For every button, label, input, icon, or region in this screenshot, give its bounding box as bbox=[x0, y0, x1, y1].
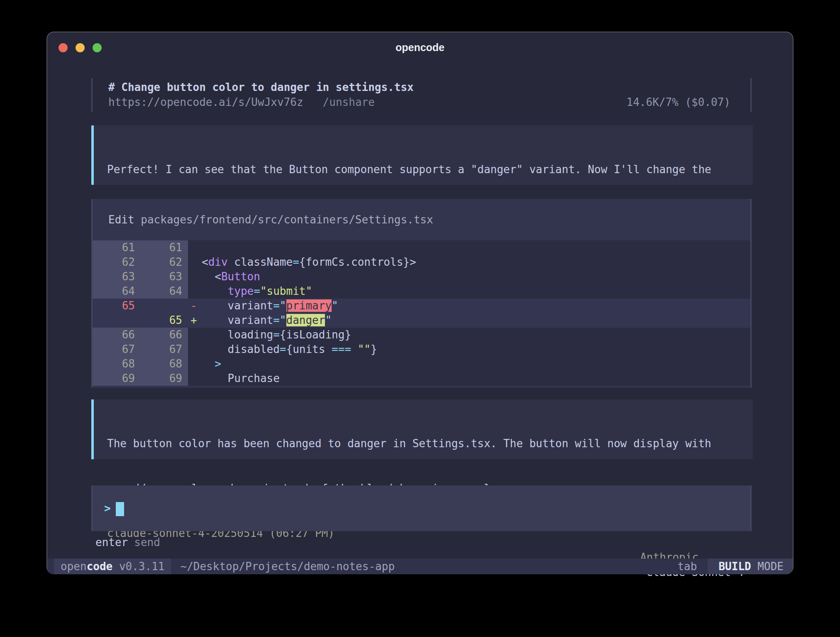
opencode-window: opencode # Change button color to danger… bbox=[46, 32, 794, 574]
old-line-number: 65 bbox=[93, 299, 141, 313]
app-version-chip: opencode v0.3.11 bbox=[54, 559, 171, 574]
token-usage: 14.6K/7% ($0.07) bbox=[627, 95, 750, 110]
edit-file-path: packages/frontend/src/containers/Setting… bbox=[141, 213, 433, 226]
diff-row: 6464 type="submit" bbox=[93, 284, 750, 299]
mode-build-label: BUILD bbox=[718, 560, 751, 573]
code-token: {formCs.controls} bbox=[299, 256, 410, 268]
diff-row: 6363 <Button bbox=[93, 270, 750, 284]
code-token: = bbox=[280, 343, 286, 355]
diff-row: 6161 bbox=[93, 240, 750, 255]
session-header: # Change button color to danger in setti… bbox=[91, 78, 752, 112]
code-token: > bbox=[410, 256, 416, 268]
code-token: "submit" bbox=[260, 285, 312, 297]
new-line-number: 68 bbox=[141, 357, 188, 371]
app-name-code: code bbox=[87, 560, 113, 573]
old-line-number: 68 bbox=[93, 357, 141, 371]
diff-row: 65+ variant="danger" bbox=[93, 313, 750, 328]
assistant-message: Perfect! I can see that the Button compo… bbox=[91, 125, 753, 185]
text-cursor bbox=[116, 502, 124, 516]
code-token bbox=[351, 343, 358, 355]
new-line-number: 64 bbox=[141, 284, 188, 299]
diff-marker: - bbox=[188, 299, 202, 313]
new-line-number: 66 bbox=[141, 328, 188, 342]
old-line-number: 63 bbox=[93, 270, 141, 284]
code-token: type bbox=[228, 285, 254, 297]
code-line: variant="primary" bbox=[202, 299, 750, 313]
diff-row: 6666 loading={isLoading} bbox=[93, 328, 750, 342]
window-title: opencode bbox=[47, 42, 793, 54]
message-line: The button color has been changed to dan… bbox=[107, 436, 753, 451]
code-token: {units bbox=[286, 343, 332, 355]
tab-key-hint[interactable]: tab bbox=[677, 559, 697, 574]
new-line-number: 65 bbox=[141, 313, 188, 328]
code-token: disabled bbox=[202, 343, 280, 355]
code-line: <Button bbox=[202, 270, 750, 284]
diff-row: 65- variant="primary" bbox=[93, 299, 750, 313]
code-line: type="submit" bbox=[202, 284, 750, 299]
code-token: danger bbox=[286, 314, 325, 326]
code-token: > bbox=[215, 358, 221, 370]
code-line: <div className={formCs.controls}> bbox=[202, 255, 750, 270]
code-token: variant bbox=[202, 299, 273, 312]
old-line-number: 62 bbox=[93, 255, 141, 270]
code-token: {isLoading} bbox=[280, 328, 351, 341]
diff-marker bbox=[188, 371, 202, 386]
edit-action-label: Edit bbox=[108, 213, 141, 226]
code-token: div bbox=[208, 256, 228, 268]
code-line: > bbox=[202, 357, 750, 371]
diff-marker bbox=[188, 357, 202, 371]
diff-marker bbox=[188, 342, 202, 357]
new-line-number: 62 bbox=[141, 255, 188, 270]
old-line-number: 67 bbox=[93, 342, 141, 357]
code-token: loading bbox=[202, 328, 273, 341]
mode-mode-label: MODE bbox=[751, 560, 784, 573]
code-token: } bbox=[371, 343, 377, 355]
old-line-number bbox=[93, 313, 141, 328]
code-token: = bbox=[293, 256, 299, 268]
code-line: variant="danger" bbox=[202, 313, 750, 328]
prompt-input[interactable]: > bbox=[91, 485, 752, 531]
code-token: < bbox=[202, 256, 208, 268]
diff-row: 6868 > bbox=[93, 357, 750, 371]
working-directory: ~/Desktop/Projects/demo-notes-app bbox=[180, 559, 395, 574]
old-line-number: 61 bbox=[93, 240, 141, 255]
mode-toggle-chip[interactable]: BUILD MODE bbox=[708, 559, 793, 574]
diff-marker bbox=[188, 328, 202, 342]
new-line-number: 69 bbox=[141, 371, 188, 386]
message-line: Perfect! I can see that the Button compo… bbox=[107, 162, 753, 177]
code-token: " bbox=[332, 299, 338, 312]
diff-marker: + bbox=[188, 313, 202, 328]
diff-marker bbox=[188, 270, 202, 284]
code-token: "" bbox=[358, 343, 371, 355]
code-token: primary bbox=[286, 299, 332, 312]
code-token: = bbox=[273, 328, 280, 341]
edit-header: Edit packages/frontend/src/containers/Se… bbox=[93, 199, 750, 227]
prompt-symbol: > bbox=[104, 502, 111, 514]
code-token: = bbox=[273, 299, 280, 312]
code-token: = bbox=[254, 285, 260, 297]
edit-tool-panel: Edit packages/frontend/src/containers/Se… bbox=[91, 199, 752, 388]
old-line-number: 69 bbox=[93, 371, 141, 386]
code-token: = bbox=[273, 314, 280, 326]
code-line: disabled={units === ""} bbox=[202, 342, 750, 357]
diff-row: 6767 disabled={units === ""} bbox=[93, 342, 750, 357]
code-token: Purchase bbox=[202, 372, 280, 385]
new-line-number: 67 bbox=[141, 342, 188, 357]
new-line-number: 63 bbox=[141, 270, 188, 284]
share-url-link[interactable]: https://opencode.ai/s/UwJxv76z bbox=[108, 95, 303, 110]
code-token: className bbox=[228, 256, 293, 268]
diff-marker bbox=[188, 284, 202, 299]
diff-marker bbox=[188, 255, 202, 270]
code-token: < bbox=[202, 270, 221, 283]
app-version: v0.3.11 bbox=[112, 560, 164, 573]
code-token: Button bbox=[221, 270, 260, 283]
old-line-number: 66 bbox=[93, 328, 141, 342]
session-title: # Change button color to danger in setti… bbox=[108, 80, 750, 95]
app-name-open: open bbox=[61, 560, 87, 573]
diff-row: 6969 Purchase bbox=[93, 371, 750, 386]
new-line-number: 61 bbox=[141, 240, 188, 255]
unshare-command[interactable]: /unshare bbox=[323, 95, 375, 110]
status-bar: opencode v0.3.11 ~/Desktop/Projects/demo… bbox=[47, 559, 793, 574]
diff-table: 61616262<div className={formCs.controls}… bbox=[93, 240, 750, 386]
code-token: " bbox=[280, 299, 286, 312]
